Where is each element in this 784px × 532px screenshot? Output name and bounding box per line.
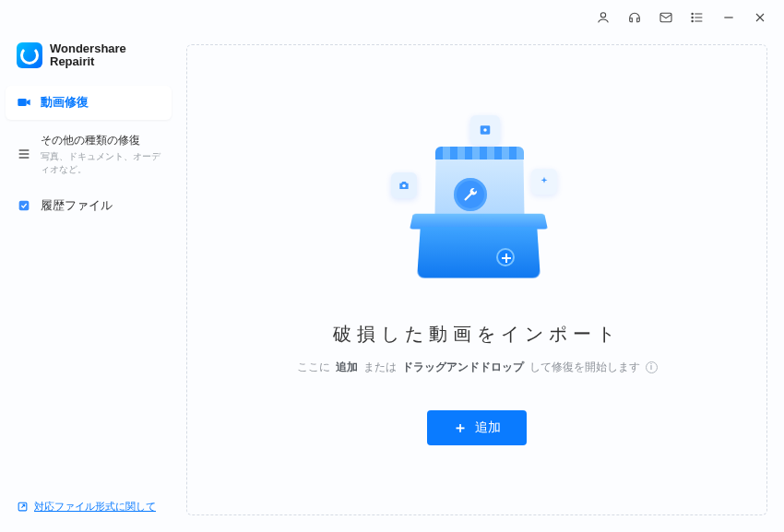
menu-list-icon[interactable] <box>690 10 705 25</box>
sidebar-item-label: 動画修復 <box>41 95 89 111</box>
info-icon[interactable]: i <box>646 361 658 373</box>
titlebar <box>0 0 784 35</box>
history-check-icon <box>17 198 31 213</box>
close-icon[interactable] <box>753 10 767 25</box>
sidebar: Wondershare Repairit 動画修復 その他の種類の修復 写真、ド… <box>0 35 177 532</box>
account-icon[interactable] <box>596 10 611 25</box>
supported-formats-label: 対応ファイル形式に関して <box>34 500 156 514</box>
camera-icon <box>391 172 417 198</box>
sidebar-item-subtitle: 写真、ドキュメント、オーディオなど。 <box>41 150 160 176</box>
svg-rect-1 <box>660 13 671 21</box>
sparkle-icon <box>531 169 557 195</box>
brand-logo-icon <box>17 42 42 68</box>
svg-rect-6 <box>19 201 30 211</box>
box-plus-icon <box>496 248 515 266</box>
svg-point-2 <box>692 13 693 14</box>
svg-rect-5 <box>18 99 26 106</box>
brand-name: Wondershare Repairit <box>50 42 126 69</box>
add-button[interactable]: ＋ 追加 <box>427 410 527 445</box>
svg-point-4 <box>692 20 693 21</box>
photo-icon <box>470 115 500 145</box>
import-illustration <box>380 106 574 290</box>
sidebar-item-video-repair[interactable]: 動画修復 <box>6 86 172 120</box>
svg-point-10 <box>483 128 487 132</box>
minimize-icon[interactable] <box>721 10 736 25</box>
plus-icon: ＋ <box>453 420 468 435</box>
sidebar-item-label: その他の種類の修復 <box>41 133 160 148</box>
wrench-icon <box>454 178 487 211</box>
svg-point-8 <box>402 183 406 187</box>
import-dropzone[interactable]: 破損した動画をインポート ここに 追加 または ドラッグアンドドロップ して修復… <box>186 44 767 515</box>
svg-point-3 <box>692 17 693 18</box>
brand: Wondershare Repairit <box>6 41 172 86</box>
import-headline: 破損した動画をインポート <box>333 322 621 347</box>
content: 破損した動画をインポート ここに 追加 または ドラッグアンドドロップ して修復… <box>177 35 784 532</box>
sidebar-item-other-repair[interactable]: その他の種類の修復 写真、ドキュメント、オーディオなど。 <box>6 124 172 185</box>
video-icon <box>17 95 31 110</box>
headset-icon[interactable] <box>627 10 642 25</box>
import-subline: ここに 追加 または ドラッグアンドドロップ して修復を開始します i <box>297 360 658 375</box>
sidebar-item-label: 履歴ファイル <box>41 198 113 214</box>
add-button-label: 追加 <box>475 420 501 436</box>
external-link-icon <box>17 501 29 513</box>
list-icon <box>17 147 31 161</box>
mail-icon[interactable] <box>659 10 673 25</box>
supported-formats-link[interactable]: 対応ファイル形式に関して <box>17 500 162 514</box>
svg-point-0 <box>600 13 605 18</box>
sidebar-item-history[interactable]: 履歴ファイル <box>6 189 172 223</box>
